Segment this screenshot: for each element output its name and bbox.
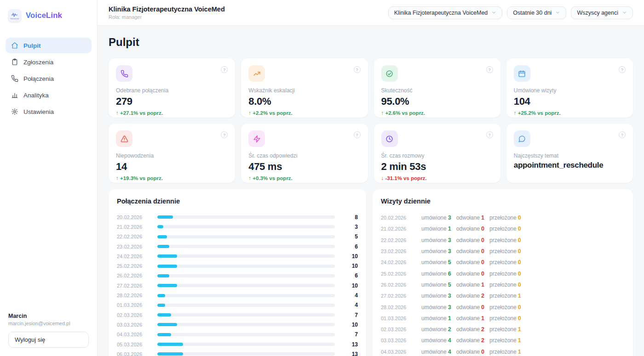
charts-row: Połączenia dziennie 20.02.2026 821.02.20… [109,189,633,356]
kpi-card-failures: ? Niepowodzenia 14↑ +19.3% vs poprz. [109,124,235,183]
visit-rescheduled: przełożone1 [489,349,521,355]
call-bar [157,333,171,336]
kpi-icon-chip [381,130,398,147]
visit-row: 03.03.2026umówione4odwołane2przełożone1 [381,335,625,346]
kpi-delta: ↑ +2.6% vs poprz. [381,110,493,116]
call-date: 25.02.2026 [117,263,150,269]
sidebar-item-analityka[interactable]: Analityka [6,87,92,103]
help-icon[interactable]: ? [354,66,361,73]
sidebar-item-poczenia[interactable]: Połączenia [6,71,92,86]
call-bar [157,274,169,277]
clinic-role: Rola: manager [109,14,225,20]
visit-row: 02.03.2026umówione2odwołane2przełożone1 [381,324,625,335]
user-name: Marcin [8,313,89,319]
call-bar [157,304,165,307]
kpi-value: 95.0% [381,96,493,107]
kpi-value: 2 min 53s [381,161,493,173]
call-value: 3 [346,224,358,230]
topbar: Klinika Fizjoterapeutyczna VoiceMed Rola… [98,0,644,26]
visit-rescheduled: przełożone0 [489,215,521,221]
visit-date: 28.02.2026 [381,305,414,310]
visit-cancelled: odwołane2 [456,293,484,299]
visit-row: 27.02.2026umówione3odwołane2przełożone1 [381,290,625,301]
kpi-icon-chip [116,65,132,82]
help-icon[interactable]: ? [619,66,626,73]
call-row: 27.02.2026 10 [117,281,358,290]
call-value: 13 [346,341,358,348]
help-icon[interactable]: ? [619,131,626,138]
visit-booked: umówione1 [421,315,451,322]
call-row: 20.02.2026 8 [117,212,358,222]
call-bar [157,323,177,326]
call-date: 01.03.2026 [117,302,150,308]
visit-booked: umówione5 [421,282,451,288]
call-bar-track [157,333,335,336]
visit-booked: umówione3 [421,215,451,221]
visit-cancelled: odwołane2 [456,337,484,344]
phone-icon [121,70,128,78]
call-value: 10 [346,253,358,260]
help-icon[interactable]: ? [486,131,493,138]
visit-rescheduled: przełożone0 [489,315,521,322]
kpi-label: Odebrane połączenia [116,87,228,94]
visit-date: 22.02.2026 [381,237,414,243]
call-date: 03.03.2026 [117,322,150,328]
dashboard-content: Pulpit ? Odebrane połączenia 279↑ +27.1%… [98,26,644,356]
call-value: 13 [346,351,358,356]
clinic-title: Klinika Fizjoterapeutyczna VoiceMed [109,6,225,13]
clinic-header: Klinika Fizjoterapeutyczna VoiceMed Rola… [109,6,225,20]
sidebar-item-ustawienia[interactable]: Ustawienia [6,104,92,119]
kpi-icon-chip [381,65,398,82]
kpi-delta: ↑ +19.3% vs poprz. [116,175,228,181]
visit-row: 25.02.2026umówione6odwołane0przełożone0 [381,268,625,279]
call-bar-track [157,343,335,346]
visits-daily-list: 20.02.2026umówione3odwołane1przełożone02… [381,212,625,356]
call-date: 02.03.2026 [117,312,150,318]
call-row: 01.03.2026 4 [117,300,358,310]
visit-rescheduled: przełożone0 [489,248,521,254]
help-icon[interactable]: ? [486,66,493,73]
visit-row: 23.02.2026umówione3odwołane0przełożone0 [381,246,625,257]
kpi-value: 104 [514,96,626,107]
visit-booked: umówione4 [421,349,451,355]
help-icon[interactable]: ? [221,66,228,73]
call-bar-track [157,323,335,326]
visit-cancelled: odwołane1 [456,282,484,288]
voicelink-logo-icon: VoiceLink [8,9,21,22]
kpi-card-effectiveness: ? Skuteczność 95.0%↑ +2.6% vs poprz. [374,58,500,118]
clinic-filter[interactable]: Klinika Fizjoterapeutyczna VoiceMed [388,6,503,19]
agent-filter[interactable]: Wszyscy agenci [571,6,633,19]
help-icon[interactable]: ? [221,131,228,138]
visit-row: 28.02.2026umówione3odwołane0przełożone0 [381,301,625,312]
period-filter[interactable]: Ostatnie 30 dni [507,6,566,19]
kpi-icon-chip [248,130,265,147]
logout-button[interactable]: Wyloguj się [8,332,89,348]
call-row: 05.03.2026 13 [117,339,358,349]
visit-date: 02.03.2026 [381,327,414,332]
check-circle-icon [385,70,393,78]
help-icon[interactable]: ? [354,131,361,138]
call-date: 24.02.2026 [117,254,150,259]
call-value: 6 [346,243,358,250]
sidebar-item-pulpit[interactable]: Pulpit [6,38,92,53]
call-row: 26.02.2026 6 [117,271,358,281]
visits-daily-title: Wizyty dziennie [381,198,625,205]
chat-bubble-icon [518,135,526,143]
visit-date: 24.02.2026 [381,260,414,265]
call-date: 26.02.2026 [117,273,150,278]
main-area: Klinika Fizjoterapeutyczna VoiceMed Rola… [98,0,644,356]
call-value: 8 [346,214,358,220]
call-value: 7 [346,312,358,318]
visits-daily-panel: Wizyty dziennie 20.02.2026umówione3odwoł… [373,189,633,356]
call-bar [157,343,183,346]
logo-caption: VoiceLink [11,17,19,20]
call-bar [157,265,177,268]
kpi-delta: ↓ -31.1% vs poprz. [381,175,493,181]
calls-daily-chart: 20.02.2026 821.02.2026 322.02.2026 523.0… [117,212,358,356]
bar-chart-icon [11,91,18,99]
kpi-card-top: ? [381,65,493,82]
visit-rescheduled: przełożone0 [489,282,521,288]
sidebar-item-zgoszenia[interactable]: Zgłoszenia [6,54,92,70]
kpi-label: Niepowodzenia [116,153,228,159]
call-bar-track [157,265,335,268]
